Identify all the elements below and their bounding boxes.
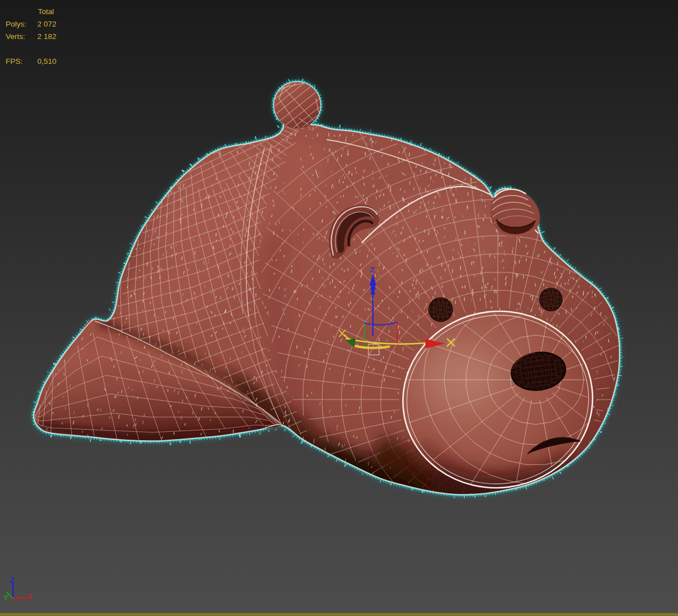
- svg-text:FPS:: FPS:: [6, 57, 23, 66]
- svg-text:Y: Y: [3, 593, 8, 602]
- svg-text:Total: Total: [38, 7, 54, 16]
- svg-text:Z: Z: [370, 266, 375, 274]
- svg-text:2 182: 2 182: [37, 32, 56, 41]
- svg-text:Z: Z: [10, 576, 15, 584]
- svg-text:Verts:: Verts:: [6, 32, 25, 41]
- svg-text:2 072: 2 072: [37, 20, 56, 28]
- svg-text:0,510: 0,510: [37, 57, 56, 66]
- svg-text:Polys:: Polys:: [6, 20, 27, 28]
- svg-text:X: X: [27, 592, 32, 601]
